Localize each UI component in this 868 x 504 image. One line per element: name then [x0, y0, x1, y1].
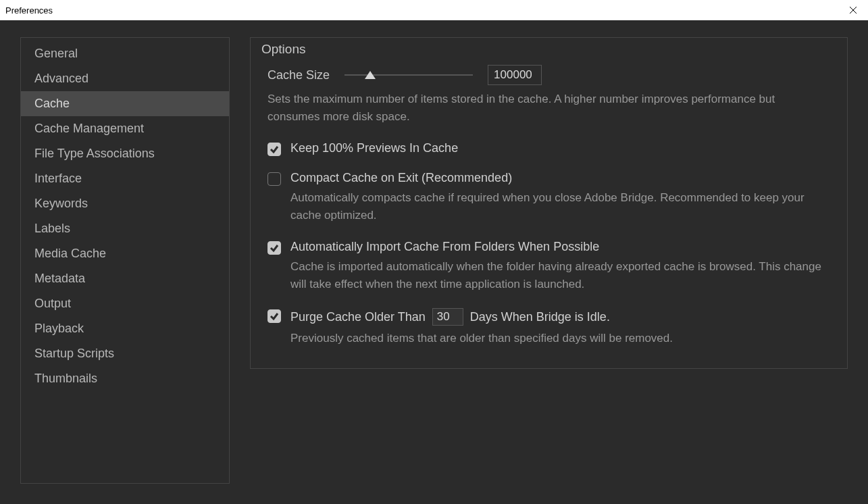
- sidebar-item-advanced[interactable]: Advanced: [21, 66, 229, 91]
- sidebar-item-general[interactable]: General: [21, 41, 229, 66]
- opt-body: Compact Cache on Exit (Recommended) Auto…: [290, 171, 830, 225]
- sidebar-item-media-cache[interactable]: Media Cache: [21, 241, 229, 266]
- purge-option: Purge Cache Older Than Days When Bridge …: [267, 308, 830, 347]
- preferences-window: Preferences GeneralAdvancedCacheCache Ma…: [0, 0, 868, 504]
- purge-checkbox[interactable]: [267, 309, 281, 323]
- slider-thumb[interactable]: [365, 71, 376, 79]
- purge-label-post: Days When Bridge is Idle.: [470, 310, 610, 324]
- content-area: GeneralAdvancedCacheCache ManagementFile…: [0, 20, 868, 504]
- cache-size-desc: Sets the maximum number of items stored …: [267, 91, 830, 125]
- compact-on-exit-option: Compact Cache on Exit (Recommended) Auto…: [267, 171, 830, 225]
- cache-size-slider[interactable]: [344, 68, 473, 82]
- sidebar-item-thumbnails[interactable]: Thumbnails: [21, 366, 229, 391]
- sidebar: GeneralAdvancedCacheCache ManagementFile…: [20, 37, 230, 484]
- sidebar-item-file-type-associations[interactable]: File Type Associations: [21, 141, 229, 166]
- sidebar-item-interface[interactable]: Interface: [21, 166, 229, 191]
- cache-size-row: Cache Size: [267, 65, 830, 85]
- opt-body: Keep 100% Previews In Cache: [290, 141, 830, 155]
- close-icon: [849, 6, 857, 14]
- cache-size-label: Cache Size: [267, 68, 330, 82]
- sidebar-item-playback[interactable]: Playback: [21, 316, 229, 341]
- auto-import-label: Automatically Import Cache From Folders …: [290, 240, 830, 254]
- sidebar-item-startup-scripts[interactable]: Startup Scripts: [21, 341, 229, 366]
- auto-import-desc: Cache is imported automatically when the…: [290, 258, 830, 294]
- check-icon: [270, 311, 279, 321]
- options-fieldset: Options Cache Size Sets the maximum numb…: [250, 37, 848, 369]
- keep-previews-checkbox[interactable]: [267, 143, 281, 156]
- cache-size-input[interactable]: [488, 65, 542, 85]
- compact-on-exit-label: Compact Cache on Exit (Recommended): [290, 171, 830, 185]
- purge-days-input[interactable]: [432, 308, 463, 326]
- sidebar-item-keywords[interactable]: Keywords: [21, 191, 229, 216]
- compact-on-exit-desc: Automatically compacts cache if required…: [290, 189, 830, 225]
- check-icon: [270, 243, 279, 253]
- sidebar-item-labels[interactable]: Labels: [21, 216, 229, 241]
- purge-label-pre: Purge Cache Older Than: [290, 310, 426, 324]
- opt-body: Automatically Import Cache From Folders …: [290, 240, 830, 294]
- opt-body: Purge Cache Older Than Days When Bridge …: [290, 308, 830, 347]
- keep-previews-label: Keep 100% Previews In Cache: [290, 141, 830, 155]
- slider-track: [344, 74, 473, 76]
- compact-on-exit-checkbox[interactable]: [267, 172, 281, 186]
- sidebar-item-cache[interactable]: Cache: [21, 91, 229, 116]
- sidebar-item-output[interactable]: Output: [21, 291, 229, 316]
- keep-previews-option: Keep 100% Previews In Cache: [267, 141, 830, 156]
- purge-label: Purge Cache Older Than Days When Bridge …: [290, 308, 830, 326]
- titlebar: Preferences: [0, 0, 868, 20]
- purge-desc: Previously cached items that are older t…: [290, 330, 830, 347]
- options-legend: Options: [259, 42, 308, 57]
- auto-import-option: Automatically Import Cache From Folders …: [267, 240, 830, 294]
- main-panel: Options Cache Size Sets the maximum numb…: [250, 37, 848, 484]
- close-button[interactable]: [838, 0, 868, 20]
- sidebar-item-metadata[interactable]: Metadata: [21, 266, 229, 291]
- auto-import-checkbox[interactable]: [267, 241, 281, 255]
- check-icon: [270, 145, 279, 154]
- sidebar-item-cache-management[interactable]: Cache Management: [21, 116, 229, 141]
- window-title: Preferences: [5, 5, 53, 16]
